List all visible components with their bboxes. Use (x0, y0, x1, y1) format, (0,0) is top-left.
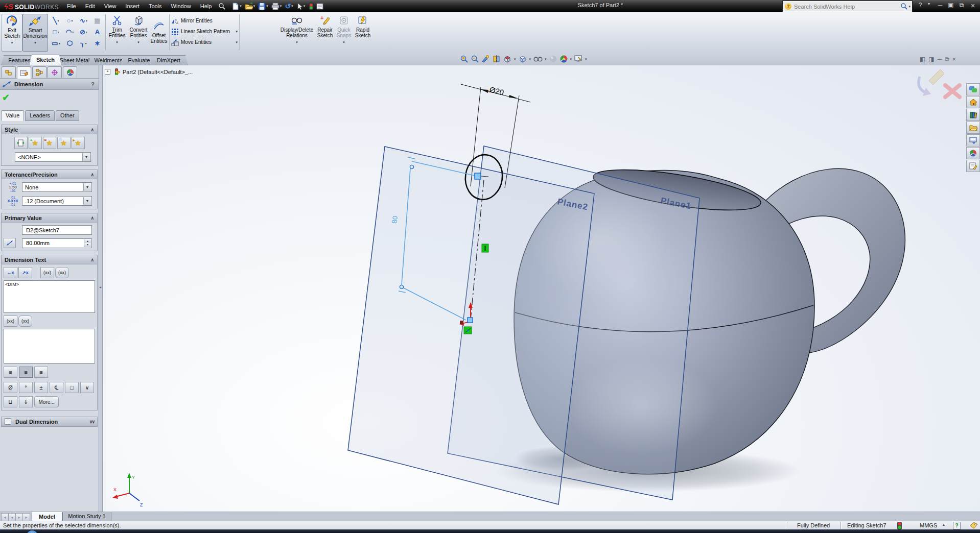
paren2-button[interactable]: (xx) (4, 316, 17, 327)
convert-dropdown[interactable]: ▾ (137, 39, 139, 44)
tolerance-dropdown-arrow[interactable]: ▼ (83, 183, 91, 191)
rapid-sketch-button[interactable]: Rapid Sketch (353, 14, 372, 51)
collapse-icon[interactable]: ∧ (90, 172, 94, 177)
menu-tools[interactable]: Tools (144, 2, 167, 11)
open-dropdown[interactable]: ▾ (253, 4, 255, 8)
justify-center-button[interactable]: ≡ (19, 367, 33, 378)
sketch-endpoint-bottom[interactable] (400, 285, 403, 288)
depth-symbol-button[interactable]: ↧ (19, 396, 33, 407)
more-symbols-button[interactable]: More... (34, 396, 59, 407)
next-tab-button[interactable]: ▸ (15, 513, 23, 521)
horizontal-text-button[interactable]: ↔x (4, 267, 17, 278)
restore-button[interactable]: ▣ (947, 2, 955, 9)
collapse-icon[interactable]: ∧ (90, 127, 94, 132)
ok-button[interactable]: ✔ (2, 92, 10, 103)
resources-button[interactable] (966, 83, 980, 95)
collapse-panel-arrow[interactable]: ◂ (99, 285, 101, 289)
apply-scene-icon[interactable] (559, 55, 568, 63)
dimension-value-input[interactable] (25, 239, 91, 247)
add-style-button[interactable]: ★+ (29, 137, 42, 149)
zoom-to-fit-icon[interactable] (460, 55, 469, 63)
view-settings-dropdown[interactable]: ▾ (585, 57, 587, 61)
tab-value[interactable]: Value (1, 110, 24, 121)
offset-entities-button[interactable]: Offset Entities (150, 19, 168, 56)
tab-leaders[interactable]: Leaders (25, 110, 55, 121)
trim-entities-button[interactable]: TrimTrim EntitiesEntities ▾ (107, 14, 127, 51)
display-delete-relations-button[interactable]: Display/Delete Relations ▾ (279, 14, 315, 51)
status-units[interactable]: MMGS (920, 522, 937, 528)
repair-sketch-button[interactable]: + Repair Sketch (315, 14, 335, 51)
convert-entities-button[interactable]: Convert Entities ▾ (128, 14, 149, 51)
minimize-button[interactable]: ─ (936, 2, 944, 9)
pm-help-icon[interactable]: ? (91, 81, 95, 87)
search-scope-dropdown[interactable]: ▾ (908, 5, 911, 9)
prev-tab-button[interactable]: ◂ (8, 513, 16, 521)
symbol-dropdown-button[interactable]: ∨ (80, 382, 94, 393)
menu-help[interactable]: Help (196, 2, 217, 11)
vertical-relation-badge[interactable] (482, 244, 488, 252)
move-entities-dropdown[interactable]: ▾ (236, 40, 238, 44)
rectangle-tool[interactable]: □▾ (49, 26, 63, 37)
close-button[interactable]: × (969, 2, 977, 10)
configuration-manager-tab[interactable] (32, 66, 46, 78)
trim-dropdown[interactable]: ▾ (116, 39, 118, 44)
first-tab-button[interactable]: ◂ (1, 513, 9, 521)
property-manager-tab[interactable] (17, 66, 31, 79)
doc-close-button[interactable]: × (952, 56, 956, 63)
arc-tool[interactable]: ◠▾ (63, 26, 77, 37)
edit-appearance-icon[interactable] (549, 55, 557, 63)
help-search-box[interactable]: ? ▾ (783, 1, 912, 12)
expand-icon[interactable]: ∨∨ (89, 419, 94, 424)
value-spinner[interactable]: ▲▼ (84, 239, 91, 247)
style-dropdown[interactable]: <NONE> ▼ (15, 152, 91, 162)
spline-tool[interactable]: ∿▾ (77, 15, 90, 26)
dimension-text-area[interactable]: <DIM> (4, 280, 95, 313)
linear-pattern-dropdown[interactable]: ▾ (236, 30, 238, 34)
menu-view[interactable]: View (100, 2, 121, 11)
degree-symbol-button[interactable]: ° (19, 382, 33, 393)
style-section-header[interactable]: Style ∧ (2, 125, 97, 134)
tree-expand-icon[interactable]: + (105, 69, 110, 75)
last-tab-button[interactable]: ▸ (22, 513, 30, 521)
centerline-symbol-button[interactable]: ℄ (50, 382, 63, 393)
display-style-icon[interactable] (518, 55, 527, 63)
feature-manager-tab[interactable] (2, 66, 16, 78)
parentheses-oval-button[interactable]: (xx) (55, 267, 69, 278)
apply-default-style-button[interactable] (14, 137, 28, 149)
save-style-button[interactable]: ★ (57, 137, 71, 149)
display-manager-tab[interactable] (63, 66, 77, 78)
linear-sketch-pattern-button[interactable]: Linear Sketch Pattern ▾ (171, 26, 238, 37)
open-button[interactable] (245, 3, 253, 10)
print-button[interactable] (271, 3, 279, 10)
primary-value-header[interactable]: Primary Value ∧ (2, 213, 97, 223)
section-view-icon[interactable] (492, 55, 501, 63)
angular-text-button[interactable]: ↗x (18, 267, 32, 278)
move-entities-button[interactable]: Move Entities ▾ (171, 37, 238, 47)
status-tag-icon[interactable] (970, 522, 978, 529)
view-orientation-dropdown[interactable]: ▾ (514, 57, 516, 61)
menu-edit[interactable]: Edit (81, 2, 100, 11)
line-tool[interactable]: ╲▾ (49, 15, 63, 26)
collapse-icon[interactable]: ∧ (90, 257, 94, 262)
exit-sketch-dropdown[interactable]: ▾ (11, 40, 13, 45)
quick-snaps-button[interactable]: Quick Snaps ▾ (335, 14, 353, 51)
pane-left-button[interactable]: ◧ (920, 56, 925, 63)
cancel-sketch-icon[interactable] (945, 85, 960, 97)
circle-tool[interactable]: ○▾ (63, 15, 77, 26)
dual-dimension-header[interactable]: Dual Dimension ∨∨ (2, 417, 97, 426)
view-settings-icon[interactable] (574, 55, 583, 63)
ellipse-tool[interactable]: ⊘▾ (77, 26, 90, 37)
file-explorer-button[interactable] (966, 122, 980, 134)
panel-splitter[interactable]: ◂ (99, 65, 103, 512)
smart-dimension-button[interactable]: Smart Dimension ▾ (22, 14, 48, 52)
sketch-endpoint-top[interactable] (410, 165, 413, 168)
sketch-picture-tool[interactable]: ▦ (90, 15, 104, 26)
dimxpert-manager-tab[interactable] (48, 66, 62, 78)
tolerance-type-dropdown[interactable]: None ▼ (22, 182, 92, 192)
rebuild-button[interactable] (308, 3, 314, 10)
search-icon[interactable] (218, 3, 226, 10)
units-dropdown-arrow[interactable]: ▴ (943, 522, 945, 527)
status-help-icon[interactable]: ? (953, 522, 961, 529)
custom-properties-button[interactable] (966, 160, 980, 172)
point-tool[interactable]: ∗ (90, 37, 104, 49)
